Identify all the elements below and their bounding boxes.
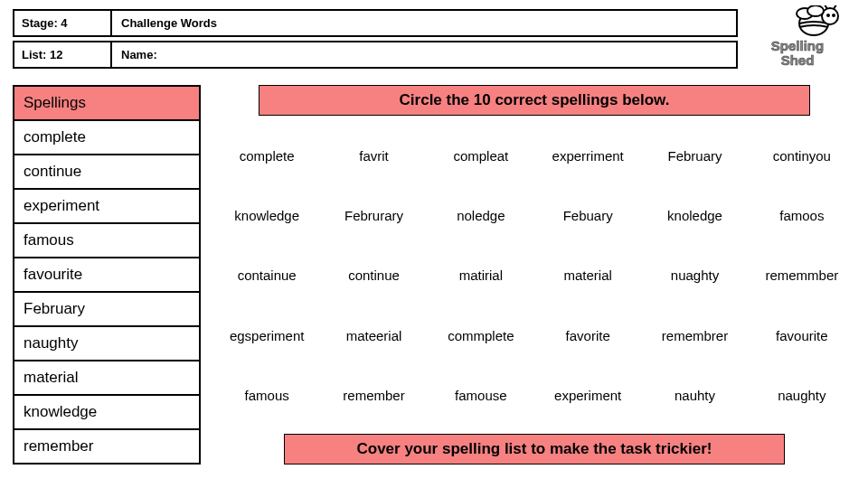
grid-word[interactable]: noledge — [457, 208, 505, 223]
svg-line-4 — [825, 5, 827, 9]
grid-word[interactable]: experriment — [552, 148, 624, 164]
svg-point-2 — [826, 14, 830, 17]
svg-point-7 — [807, 5, 824, 16]
grid-word[interactable]: February — [667, 148, 722, 164]
spellings-column: Spellings complete continue experiment f… — [13, 85, 201, 465]
spelling-shed-logo: Spelling Shed — [743, 5, 852, 69]
grid-word[interactable]: continue — [348, 267, 400, 283]
spelling-word: February — [13, 293, 201, 327]
activity-column: Circle the 10 correct spellings below. c… — [213, 85, 855, 465]
grid-word[interactable]: compleat — [453, 148, 508, 164]
grid-word[interactable]: knowledge — [234, 208, 299, 223]
spelling-word: naughty — [13, 327, 201, 361]
grid-word[interactable]: Febuary — [563, 208, 613, 223]
svg-point-3 — [832, 14, 835, 17]
footer-banner: Cover your spelling list to make the tas… — [284, 434, 785, 465]
grid-word[interactable]: matirial — [459, 267, 503, 283]
grid-word[interactable]: favrit — [359, 148, 389, 164]
spellings-header: Spellings — [13, 85, 201, 121]
grid-word[interactable]: famouse — [455, 388, 507, 403]
grid-word[interactable]: remembrer — [662, 328, 728, 343]
grid-word[interactable]: egsperiment — [230, 328, 305, 343]
spelling-word: favourite — [13, 258, 201, 293]
list-cell: List: 12 — [13, 41, 112, 69]
grid-word[interactable]: nauhty — [675, 388, 715, 403]
stage-cell: Stage: 4 — [13, 9, 112, 37]
grid-word[interactable]: experiment — [554, 388, 621, 403]
instruction-banner: Circle the 10 correct spellings below. — [259, 85, 811, 116]
grid-word[interactable]: commplete — [448, 328, 514, 343]
name-cell: Name: — [112, 41, 738, 69]
spelling-word: continue — [13, 155, 201, 190]
grid-word[interactable]: rememmber — [765, 267, 838, 283]
spelling-word: remember — [13, 430, 201, 465]
svg-text:Spelling: Spelling — [771, 38, 824, 53]
header-row-1: Stage: 4 Challenge Words — [13, 9, 855, 37]
grid-word[interactable]: mateerial — [346, 328, 402, 343]
challenge-cell: Challenge Words — [112, 9, 738, 37]
spelling-word: experiment — [13, 190, 201, 224]
word-grid: complete favrit compleat experriment Feb… — [213, 125, 855, 427]
grid-word[interactable]: knoledge — [667, 208, 722, 223]
bee-icon: Spelling Shed — [743, 5, 852, 69]
grid-word[interactable]: complete — [240, 148, 295, 164]
grid-word[interactable]: continyou — [773, 148, 831, 164]
grid-word[interactable]: nuaghty — [671, 267, 719, 283]
grid-word[interactable]: naughty — [778, 388, 826, 403]
grid-word[interactable]: famoos — [779, 208, 824, 223]
main-content: Spellings complete continue experiment f… — [13, 85, 855, 465]
grid-word[interactable]: famous — [245, 388, 289, 403]
grid-word[interactable]: favourite — [776, 328, 828, 343]
spelling-word: complete — [13, 121, 201, 155]
spelling-word: knowledge — [13, 396, 201, 430]
svg-line-5 — [834, 5, 836, 9]
svg-text:Shed: Shed — [781, 52, 815, 68]
grid-word[interactable]: remember — [343, 388, 404, 403]
grid-word[interactable]: containue — [238, 267, 297, 283]
grid-word[interactable]: Februrary — [344, 208, 403, 223]
header-row-2: List: 12 Name: — [13, 41, 855, 69]
grid-word[interactable]: favorite — [566, 328, 610, 343]
spelling-word: material — [13, 361, 201, 396]
spelling-word: famous — [13, 224, 201, 258]
grid-word[interactable]: material — [563, 267, 611, 283]
